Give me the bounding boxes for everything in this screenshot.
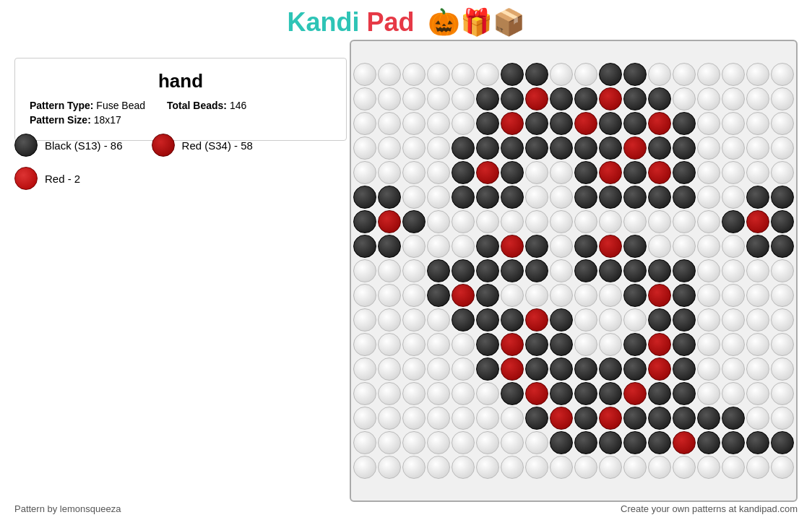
bead <box>452 186 475 209</box>
bead <box>402 87 426 110</box>
bead <box>574 63 597 86</box>
bead <box>378 235 401 258</box>
bead <box>574 186 597 209</box>
bead <box>574 112 597 135</box>
bead <box>722 186 745 209</box>
bead <box>525 161 548 184</box>
bead <box>771 431 794 454</box>
bead <box>648 358 671 381</box>
bead <box>771 235 794 258</box>
bead <box>648 112 671 135</box>
bead <box>648 284 671 307</box>
bead <box>452 259 475 282</box>
bead <box>427 112 450 135</box>
bead <box>574 259 597 282</box>
bead <box>648 308 671 332</box>
bead <box>427 456 450 479</box>
bead <box>402 63 426 86</box>
bead <box>648 333 671 356</box>
bead <box>353 358 376 381</box>
bead <box>697 112 720 135</box>
logo-kandi: Kandi <box>287 7 359 37</box>
bead <box>550 333 573 356</box>
bead <box>673 308 696 332</box>
bead <box>402 186 426 209</box>
bead <box>501 161 524 184</box>
bead <box>771 358 794 381</box>
bead <box>353 112 376 135</box>
bead <box>746 382 769 405</box>
bead <box>452 112 475 135</box>
bead <box>378 112 401 135</box>
footer-right: Create your own patterns at kandipad.com <box>621 503 798 514</box>
bead <box>746 186 769 209</box>
bead <box>623 63 647 86</box>
bead <box>550 186 573 209</box>
bead <box>697 87 720 110</box>
grid-container <box>350 40 798 502</box>
bead <box>574 161 597 184</box>
bead <box>427 210 450 233</box>
bead <box>525 407 548 430</box>
bead <box>452 136 475 160</box>
bead <box>771 284 794 307</box>
bead <box>722 259 745 282</box>
bead <box>623 136 647 160</box>
bead <box>673 259 696 282</box>
bead <box>452 308 475 332</box>
bead <box>378 407 401 430</box>
bead <box>550 235 573 258</box>
bead <box>722 382 745 405</box>
bead <box>476 431 499 454</box>
bead <box>673 210 696 233</box>
black-label: Black (S13) - 86 <box>45 139 123 152</box>
pattern-size-value: 18x17 <box>94 114 121 126</box>
bead <box>746 87 769 110</box>
pattern-type-value: Fuse Bead <box>96 100 145 111</box>
bead <box>623 333 647 356</box>
bead <box>599 186 622 209</box>
pattern-type-label: Pattern Type: <box>30 100 93 111</box>
bead <box>378 456 401 479</box>
bead <box>427 333 450 356</box>
bead <box>452 161 475 184</box>
black-swatch <box>14 134 38 157</box>
bead <box>599 63 622 86</box>
bead <box>648 431 671 454</box>
bead <box>722 333 745 356</box>
bead <box>599 382 622 405</box>
bead <box>673 358 696 381</box>
bead <box>574 456 597 479</box>
bead <box>476 456 499 479</box>
pattern-size-label: Pattern Size: <box>30 114 91 126</box>
bead <box>673 235 696 258</box>
bead <box>746 210 769 233</box>
bead <box>648 235 671 258</box>
pattern-size: Pattern Size: 18x17 <box>30 114 121 126</box>
bead <box>378 358 401 381</box>
bead <box>402 284 426 307</box>
bead <box>746 431 769 454</box>
bead <box>353 456 376 479</box>
bead <box>427 63 450 86</box>
bead <box>427 161 450 184</box>
bead <box>648 407 671 430</box>
bead <box>476 259 499 282</box>
bead <box>697 308 720 332</box>
bead <box>574 87 597 110</box>
bead <box>771 136 794 160</box>
bead <box>623 358 647 381</box>
bead <box>452 431 475 454</box>
bead <box>574 235 597 258</box>
bead <box>476 235 499 258</box>
bead <box>599 210 622 233</box>
bead <box>402 431 426 454</box>
bead <box>501 235 524 258</box>
bead <box>574 431 597 454</box>
total-beads-value: 146 <box>230 100 246 111</box>
bead <box>623 112 647 135</box>
bead <box>746 407 769 430</box>
bead <box>452 456 475 479</box>
bead <box>452 210 475 233</box>
bead <box>550 259 573 282</box>
